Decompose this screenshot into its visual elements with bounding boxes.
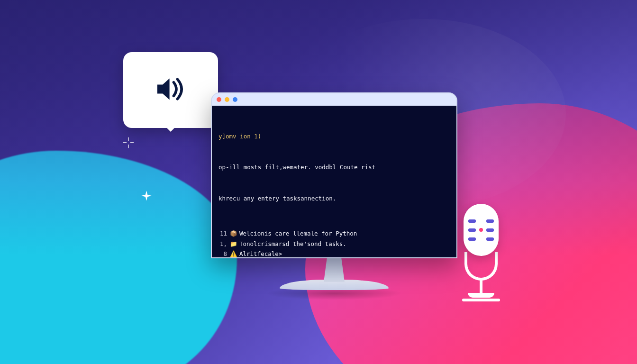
terminal-line-text: Alritfecale> <box>239 249 282 258</box>
sparkle-icon <box>122 136 135 149</box>
maximize-traffic-light[interactable] <box>233 97 237 102</box>
terminal-line: 1,📁Tonolcrismarsd the'sond tasks. <box>218 239 450 249</box>
microphone-icon <box>455 204 507 313</box>
warning-icon: ⚠️ <box>230 249 237 258</box>
terminal-line: 11📦Welcionis care llemale for Python <box>218 228 450 239</box>
package-icon: 📦 <box>230 228 237 239</box>
microphone-head <box>464 204 499 256</box>
terminal-line-text: Welcionis care llemale for Python <box>239 228 357 239</box>
minimize-traffic-light[interactable] <box>225 97 229 102</box>
terminal-line-number: 11 <box>218 228 227 239</box>
terminal-header-line: op-ill mosts filt,wemater. voddbl Coute … <box>218 162 450 173</box>
speech-bubble <box>123 52 218 128</box>
terminal-line-text: Tonolcrismarsd the'sond tasks. <box>239 239 346 249</box>
microphone-stand-arc <box>464 252 498 281</box>
microphone-record-dot <box>479 228 483 232</box>
monitor-window: y]omv ion 1) op-ill mosts filt,wemater. … <box>211 92 457 258</box>
microphone-foot <box>462 299 500 301</box>
terminal-prompt: y]omv ion 1) <box>218 131 450 142</box>
speaker-icon <box>152 70 190 110</box>
terminal-line-number: 1, <box>218 239 227 249</box>
folder-icon: 📁 <box>230 239 237 249</box>
terminal-line-number: 8 <box>218 249 227 258</box>
terminal-line: 8⚠️Alritfecale> <box>218 249 450 258</box>
terminal-header-line: khrecu any entery tasksannection. <box>218 193 450 204</box>
terminal-pane[interactable]: y]omv ion 1) op-ill mosts filt,wemater. … <box>212 106 456 257</box>
microphone-base <box>468 293 494 298</box>
close-traffic-light[interactable] <box>217 97 221 102</box>
window-titlebar <box>212 93 456 106</box>
microphone-pole <box>480 279 482 293</box>
sparkle-icon <box>140 190 153 202</box>
